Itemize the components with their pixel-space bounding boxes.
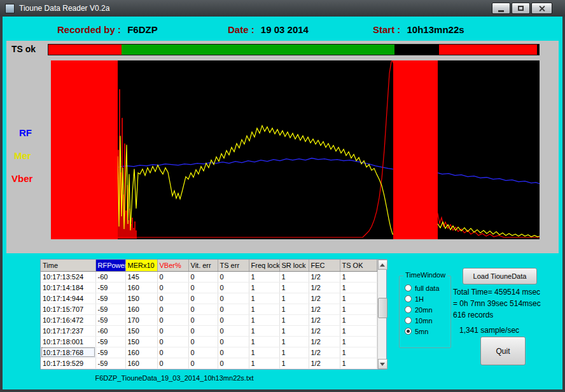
table-row[interactable]: 10:17:18:001-59150000111/21 [41,336,377,347]
column-header-rfpower[interactable]: RFPower [95,260,125,271]
table-cell[interactable]: 0 [157,325,188,336]
table-row[interactable]: 10:17:14:184-59160000111/21 [41,282,377,293]
table-cell[interactable]: 160 [125,347,157,358]
table-cell[interactable]: 1 [249,358,279,368]
table-row[interactable]: 10:17:17:237-60150000111/21 [41,325,377,336]
quit-button[interactable]: Quit [480,337,526,365]
table-cell[interactable]: -60 [95,325,125,336]
table-cell[interactable]: 1 [279,347,309,358]
table-cell[interactable]: 1/2 [309,282,340,293]
table-cell[interactable]: 0 [188,271,218,282]
table-cell[interactable]: 1 [249,336,279,347]
table-cell[interactable]: 1/2 [309,293,340,304]
radio-option-full-data[interactable]: full data [405,283,440,293]
table-cell[interactable]: 0 [157,293,188,304]
table-cell[interactable]: 0 [188,358,218,368]
table-cell[interactable]: 0 [188,347,218,358]
table-cell[interactable]: 1 [279,325,309,336]
radio-button-icon[interactable] [405,317,412,324]
table-cell[interactable]: 1 [279,293,309,304]
table-cell[interactable]: 1 [249,314,279,325]
table-cell[interactable]: 1/2 [309,271,340,282]
table-cell[interactable]: 10:17:16:472 [41,314,95,325]
column-header-vit-err[interactable]: Vit. err [188,260,218,271]
table-cell[interactable]: 1 [249,325,279,336]
radio-button-icon[interactable] [405,306,412,313]
table-cell[interactable]: -59 [95,282,125,293]
table-cell[interactable]: 0 [218,336,249,347]
table-cell[interactable]: 0 [157,358,188,368]
table-cell[interactable]: 160 [125,282,157,293]
table-cell[interactable]: 1/2 [309,314,340,325]
table-cell[interactable]: 1 [249,293,279,304]
column-header-ts-ok[interactable]: TS OK [340,260,377,271]
table-cell[interactable]: -59 [95,358,125,368]
table-cell[interactable]: 10:17:18:001 [41,336,95,347]
table-cell[interactable]: 145 [125,271,157,282]
table-cell[interactable]: 170 [125,314,157,325]
table-cell[interactable]: 0 [218,304,249,314]
close-button[interactable] [531,3,552,14]
radio-option-1H[interactable]: 1H [405,293,440,304]
table-cell[interactable]: 1 [340,293,377,304]
table-cell[interactable]: 1/2 [309,336,340,347]
table-cell[interactable]: -59 [95,304,125,314]
radio-option-5mn[interactable]: 5mn [405,326,440,337]
table-cell[interactable]: 1 [249,347,279,358]
table-cell[interactable]: 1 [279,271,309,282]
table-cell[interactable]: 1 [340,314,377,325]
table-cell[interactable]: 1/2 [309,347,340,358]
table-cell[interactable]: 0 [188,282,218,293]
table-cell[interactable]: 1 [279,336,309,347]
table-cell[interactable]: -60 [95,271,125,282]
table-cell[interactable]: 0 [218,347,249,358]
radio-button-icon[interactable] [405,328,412,335]
table-cell[interactable]: 1/2 [309,304,340,314]
table-cell[interactable]: 1 [340,271,377,282]
table-row[interactable]: 10:17:14:944-59150000111/21 [41,293,377,304]
table-cell[interactable]: 160 [125,304,157,314]
table-cell[interactable]: -59 [95,336,125,347]
table-cell[interactable]: 160 [125,358,157,368]
column-header-sr-lock[interactable]: SR lock [279,260,309,271]
table-cell[interactable]: 0 [157,304,188,314]
table-cell[interactable]: 0 [188,293,218,304]
radio-option-20mn[interactable]: 20mn [405,304,440,315]
table-cell[interactable]: 1 [340,282,377,293]
table-cell[interactable]: 10:17:18:768 [41,347,95,358]
table-cell[interactable]: 0 [157,336,188,347]
table-cell[interactable]: 1 [340,325,377,336]
radio-option-10mn[interactable]: 10mn [405,315,440,326]
table-cell[interactable]: -59 [95,293,125,304]
table-cell[interactable]: 0 [218,282,249,293]
table-cell[interactable]: 0 [188,304,218,314]
radio-button-icon[interactable] [405,295,412,302]
table-cell[interactable]: 0 [157,271,188,282]
table-cell[interactable]: 0 [188,314,218,325]
title-bar[interactable]: Tioune Data Reader V0.2a [0,0,565,17]
table-cell[interactable]: 1 [340,304,377,314]
table-cell[interactable]: 10:17:19:529 [41,358,95,368]
table-cell[interactable]: 10:17:14:184 [41,282,95,293]
table-cell[interactable]: 1/2 [309,358,340,368]
table-row[interactable]: 10:17:13:524-60145000111/21 [41,271,377,282]
table-cell[interactable]: 0 [218,271,249,282]
table-cell[interactable]: 0 [218,358,249,368]
column-header-vber-[interactable]: VBer% [157,260,188,271]
table-cell[interactable]: 1 [340,336,377,347]
column-header-fec[interactable]: FEC [309,260,340,271]
table-cell[interactable]: 150 [125,293,157,304]
table-cell[interactable]: 0 [188,336,218,347]
table-cell[interactable]: 1 [279,282,309,293]
table-cell[interactable]: 150 [125,325,157,336]
column-header-ts-err[interactable]: TS err [218,260,249,271]
column-header-freq-lock[interactable]: Freq lock [249,260,279,271]
table-cell[interactable]: 1 [279,314,309,325]
table-row[interactable]: 10:17:19:529-59160000111/21 [41,358,377,368]
table-row[interactable]: 10:17:16:472-59170000111/21 [41,314,377,325]
table-cell[interactable]: 0 [218,325,249,336]
scrollbar-thumb[interactable] [378,298,387,318]
table-cell[interactable]: 0 [218,293,249,304]
table-cell[interactable]: 1/2 [309,325,340,336]
table-cell[interactable]: 1 [249,304,279,314]
